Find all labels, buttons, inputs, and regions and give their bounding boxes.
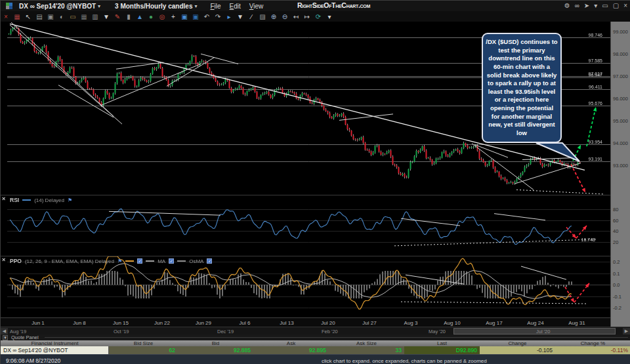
range-label: May '20	[429, 329, 446, 334]
quote-cell[interactable]: 33	[329, 346, 404, 354]
quote-list-icon[interactable]: ▤	[35, 12, 43, 22]
panel-blue2-icon[interactable]: ▣	[192, 12, 200, 22]
pan-right-icon[interactable]: ↦	[303, 12, 311, 22]
folder-icon[interactable]: ▭	[69, 12, 77, 22]
quote-cell[interactable]: DX ∞ Sep14'20 @NYBOT	[1, 346, 109, 354]
minimize-icon[interactable]: ▭	[602, 1, 608, 10]
ppo-label[interactable]: PPO	[10, 258, 22, 264]
panel-divider[interactable]	[1, 195, 610, 195]
menu-view[interactable]: View	[249, 3, 264, 10]
symbol-selector[interactable]: DX ∞ Sep14'20 @NYBOT	[19, 3, 96, 10]
quote-cell[interactable]: -0.105	[480, 346, 555, 354]
quote-panel-title: Quote Panel	[11, 334, 39, 340]
cursor-icon[interactable]: ↖	[24, 12, 32, 22]
scrollbar-thumb[interactable]	[453, 328, 616, 334]
ma-label: MA	[158, 258, 165, 264]
pan-left-icon[interactable]: ↤	[292, 12, 300, 22]
range-scroll-right-icon[interactable]: ▶	[623, 328, 630, 334]
detach-grid-icon[interactable]: ▦	[13, 12, 21, 22]
globe-icon[interactable]: ●	[147, 12, 155, 22]
axis-tick-label: 40	[613, 228, 618, 234]
time-range-scrollbar[interactable]: Aug '19Oct '19Dec '19Feb '20May '20Jul '…	[1, 327, 630, 334]
close-icon[interactable]: ×	[2, 12, 10, 22]
refresh-icon[interactable]: ⟳	[314, 12, 322, 22]
osma-checkbox[interactable]: ✓	[207, 258, 212, 264]
range-label: Feb '20	[322, 329, 338, 334]
dropdown-caret-icon[interactable]: ▼	[102, 12, 110, 22]
send-icon[interactable]: ▸	[225, 12, 233, 22]
axis-tick-label: 95.000	[613, 118, 628, 124]
rsi-label[interactable]: RSI	[10, 197, 19, 203]
timeframe-caret-icon[interactable]: ▾	[194, 3, 197, 9]
date-tick-label: Aug 10	[444, 320, 460, 326]
edit-pencil-icon[interactable]: ✎	[114, 12, 121, 22]
ma-checkbox[interactable]: ✓	[169, 258, 174, 264]
timeframe-selector[interactable]: 3 Months/Hourly candles	[115, 3, 192, 10]
symbol-caret-icon[interactable]: ▾	[98, 3, 100, 9]
close-window-icon[interactable]: ×	[623, 1, 627, 10]
watchlist-grid-icon[interactable]: ▦	[80, 12, 88, 22]
annotation-callout-tail	[524, 142, 583, 163]
pin-icon[interactable]: ➤	[584, 1, 589, 10]
quote-column-header[interactable]: Change %	[555, 340, 630, 346]
date-tick-label: Jul 6	[240, 320, 251, 326]
quote-column-header[interactable]: Financial Instrument	[1, 340, 109, 346]
layout-icon[interactable]: ▥	[91, 12, 99, 22]
rsi-params: (14) Delayed	[34, 197, 64, 203]
close-ppo-panel-button[interactable]: ×	[2, 257, 8, 263]
quote-data-row[interactable]: DX ∞ Sep14'20 @NYBOT6292.88592.89533D92.…	[1, 346, 630, 354]
price-axis[interactable]: 99.00098.00097.00096.00095.00094.00093.0…	[610, 22, 630, 327]
quote-panel-collapse-toggle[interactable]: ▼	[3, 335, 8, 340]
quote-column-header[interactable]: Ask Size	[329, 340, 404, 346]
ppo-chart-canvas[interactable]	[7, 256, 610, 317]
date-tick-label: Aug 17	[486, 320, 502, 326]
dropdown-caret2-icon[interactable]: ▼	[236, 12, 244, 22]
close-rsi-panel-button[interactable]: ×	[2, 196, 8, 202]
panel-divider[interactable]	[1, 256, 610, 256]
quote-cell[interactable]: 62	[109, 346, 178, 354]
maximize-icon[interactable]: ▢	[613, 1, 619, 10]
zoom-in-icon[interactable]: ⊕	[270, 12, 278, 22]
pin-caret-icon[interactable]: ▾	[594, 1, 597, 10]
target-icon[interactable]: ◎	[158, 12, 166, 22]
menu-file[interactable]: File	[210, 3, 220, 10]
axis-tick-label: 0.2	[613, 259, 620, 265]
quote-cell[interactable]: 92.885	[178, 346, 253, 354]
zoom-out-icon[interactable]: ⊖	[281, 12, 289, 22]
signal-up-icon[interactable]: ▲	[136, 12, 144, 22]
axis-tick-label: 20	[613, 239, 618, 245]
pie-icon[interactable]: ◐	[58, 12, 66, 22]
menu-edit[interactable]: Edit	[230, 3, 241, 10]
trendline-icon[interactable]: ∕	[247, 12, 255, 22]
ma-line-swatch-icon	[146, 260, 154, 262]
redo-icon[interactable]: ↷	[214, 12, 222, 22]
link-icon[interactable]: ∞	[575, 1, 579, 10]
quote-column-header[interactable]: Bid Size	[109, 340, 178, 346]
chart-type-icon[interactable]: ▣	[47, 12, 54, 22]
quote-column-header[interactable]: Bid	[178, 340, 253, 346]
quote-cell[interactable]: 92.895	[253, 346, 329, 354]
rsi-chart-canvas[interactable]	[7, 195, 610, 256]
axis-tick-label: 93.000	[613, 163, 628, 169]
axis-tick-label: 0.0	[613, 282, 620, 288]
ppo-checkbox[interactable]: ✓	[137, 258, 142, 264]
more-caret-icon[interactable]: ▾	[326, 12, 333, 22]
date-axis[interactable]: Jun 1Jun 8Jun 15Jun 22Jun 29Jul 6Jul 13J…	[1, 317, 610, 327]
quote-column-header[interactable]: Ask	[253, 340, 329, 346]
ppo-line-swatch-icon	[125, 260, 134, 262]
volume-bars-icon[interactable]: ▮	[125, 12, 133, 22]
axis-tick-label: 0.1	[613, 271, 620, 277]
quote-column-header[interactable]: Change	[480, 340, 555, 346]
quote-column-header[interactable]: Last	[404, 340, 480, 346]
panel-blue-icon[interactable]: ▣	[180, 12, 188, 22]
annotation-callout[interactable]: /DX ($USD) continues to test the primary…	[482, 33, 562, 143]
range-scroll-left-icon[interactable]: ◀	[1, 328, 8, 334]
axis-tick-label: 80	[613, 207, 618, 212]
undo-icon[interactable]: ↶	[203, 12, 211, 22]
crosshair-icon[interactable]: +	[169, 12, 177, 22]
axis-tick-label: 98.000	[613, 51, 628, 57]
quote-cell[interactable]: D92.890	[404, 346, 480, 354]
pattern-hatch-icon[interactable]: ▨	[259, 12, 266, 22]
settings-gear-icon[interactable]: ⚙	[564, 1, 570, 10]
quote-cell[interactable]: -0.11%	[555, 346, 630, 354]
